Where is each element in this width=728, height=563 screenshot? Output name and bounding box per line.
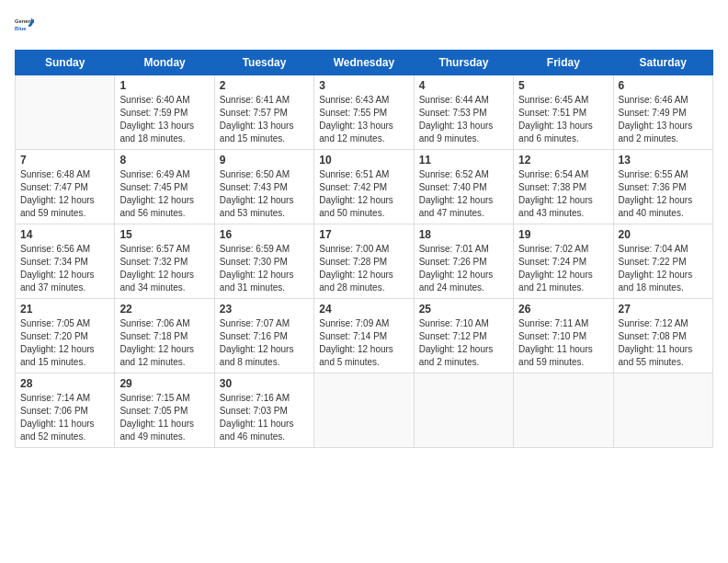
day-number: 20 (619, 228, 708, 241)
weekday-header-row: SundayMondayTuesdayWednesdayThursdayFrid… (16, 51, 713, 75)
day-info: Sunrise: 7:14 AMSunset: 7:06 PMDaylight:… (20, 392, 109, 443)
day-info: Sunrise: 6:41 AMSunset: 7:57 PMDaylight:… (220, 94, 309, 145)
day-number: 10 (319, 154, 408, 167)
calendar-cell: 22Sunrise: 7:06 AMSunset: 7:18 PMDayligh… (115, 299, 214, 373)
day-number: 1 (119, 79, 209, 92)
calendar-cell: 8Sunrise: 6:49 AMSunset: 7:45 PMDaylight… (115, 150, 214, 224)
day-number: 23 (220, 303, 309, 316)
day-info: Sunrise: 7:16 AMSunset: 7:03 PMDaylight:… (220, 392, 309, 443)
day-info: Sunrise: 6:59 AMSunset: 7:30 PMDaylight:… (220, 243, 309, 294)
logo: General Blue (15, 15, 37, 40)
calendar-cell: 23Sunrise: 7:07 AMSunset: 7:16 PMDayligh… (214, 299, 313, 373)
day-info: Sunrise: 7:09 AMSunset: 7:14 PMDaylight:… (319, 317, 408, 369)
calendar-cell: 28Sunrise: 7:14 AMSunset: 7:06 PMDayligh… (16, 373, 115, 448)
day-number: 24 (319, 303, 408, 316)
calendar-cell: 6Sunrise: 6:46 AMSunset: 7:49 PMDaylight… (613, 75, 712, 150)
day-number: 18 (419, 228, 508, 241)
weekday-header-thursday: Thursday (414, 51, 513, 75)
day-info: Sunrise: 7:00 AMSunset: 7:28 PMDaylight:… (319, 243, 408, 294)
day-info: Sunrise: 6:51 AMSunset: 7:42 PMDaylight:… (319, 168, 408, 220)
day-info: Sunrise: 6:55 AMSunset: 7:36 PMDaylight:… (619, 168, 708, 220)
week-row-4: 21Sunrise: 7:05 AMSunset: 7:20 PMDayligh… (16, 299, 713, 373)
calendar-cell: 16Sunrise: 6:59 AMSunset: 7:30 PMDayligh… (214, 224, 313, 299)
calendar-cell: 26Sunrise: 7:11 AMSunset: 7:10 PMDayligh… (514, 299, 613, 373)
calendar-cell: 14Sunrise: 6:56 AMSunset: 7:34 PMDayligh… (16, 224, 115, 299)
day-info: Sunrise: 7:11 AMSunset: 7:10 PMDaylight:… (518, 317, 608, 369)
day-info: Sunrise: 6:49 AMSunset: 7:45 PMDaylight:… (119, 168, 209, 220)
svg-text:Blue: Blue (15, 26, 26, 31)
day-number: 28 (20, 377, 109, 390)
day-number: 29 (119, 377, 209, 390)
day-info: Sunrise: 6:50 AMSunset: 7:43 PMDaylight:… (220, 168, 309, 220)
day-number: 19 (518, 228, 608, 241)
day-info: Sunrise: 6:56 AMSunset: 7:34 PMDaylight:… (20, 243, 109, 294)
calendar-cell (414, 373, 513, 448)
calendar-cell: 19Sunrise: 7:02 AMSunset: 7:24 PMDayligh… (514, 224, 613, 299)
calendar-cell: 21Sunrise: 7:05 AMSunset: 7:20 PMDayligh… (16, 299, 115, 373)
day-info: Sunrise: 7:12 AMSunset: 7:08 PMDaylight:… (619, 317, 708, 369)
day-info: Sunrise: 6:45 AMSunset: 7:51 PMDaylight:… (518, 94, 608, 145)
day-info: Sunrise: 6:52 AMSunset: 7:40 PMDaylight:… (419, 168, 508, 220)
day-info: Sunrise: 7:04 AMSunset: 7:22 PMDaylight:… (619, 243, 708, 294)
day-number: 6 (619, 79, 708, 92)
day-number: 4 (419, 79, 508, 92)
week-row-1: 1Sunrise: 6:40 AMSunset: 7:59 PMDaylight… (16, 75, 713, 150)
calendar-cell: 15Sunrise: 6:57 AMSunset: 7:32 PMDayligh… (115, 224, 214, 299)
calendar-cell: 7Sunrise: 6:48 AMSunset: 7:47 PMDaylight… (16, 150, 115, 224)
calendar-cell (16, 75, 115, 150)
calendar-cell: 27Sunrise: 7:12 AMSunset: 7:08 PMDayligh… (613, 299, 712, 373)
calendar-cell: 13Sunrise: 6:55 AMSunset: 7:36 PMDayligh… (613, 150, 712, 224)
day-info: Sunrise: 6:46 AMSunset: 7:49 PMDaylight:… (619, 94, 708, 145)
calendar-cell: 29Sunrise: 7:15 AMSunset: 7:05 PMDayligh… (115, 373, 214, 448)
day-number: 13 (619, 154, 708, 167)
calendar-cell: 12Sunrise: 6:54 AMSunset: 7:38 PMDayligh… (514, 150, 613, 224)
calendar: SundayMondayTuesdayWednesdayThursdayFrid… (15, 50, 713, 448)
day-number: 12 (518, 154, 608, 167)
day-number: 17 (319, 228, 408, 241)
day-info: Sunrise: 6:40 AMSunset: 7:59 PMDaylight:… (119, 94, 209, 145)
weekday-header-wednesday: Wednesday (314, 51, 414, 75)
calendar-cell (514, 373, 613, 448)
day-number: 8 (119, 154, 209, 167)
day-number: 3 (319, 79, 408, 92)
day-info: Sunrise: 7:07 AMSunset: 7:16 PMDaylight:… (220, 317, 309, 369)
day-info: Sunrise: 7:01 AMSunset: 7:26 PMDaylight:… (419, 243, 508, 294)
day-info: Sunrise: 6:44 AMSunset: 7:53 PMDaylight:… (419, 94, 508, 145)
calendar-cell: 10Sunrise: 6:51 AMSunset: 7:42 PMDayligh… (314, 150, 414, 224)
weekday-header-friday: Friday (514, 51, 613, 75)
calendar-cell: 30Sunrise: 7:16 AMSunset: 7:03 PMDayligh… (214, 373, 313, 448)
calendar-cell: 25Sunrise: 7:10 AMSunset: 7:12 PMDayligh… (414, 299, 513, 373)
day-number: 22 (119, 303, 209, 316)
day-number: 14 (20, 228, 109, 241)
week-row-3: 14Sunrise: 6:56 AMSunset: 7:34 PMDayligh… (16, 224, 713, 299)
calendar-cell: 18Sunrise: 7:01 AMSunset: 7:26 PMDayligh… (414, 224, 513, 299)
day-info: Sunrise: 7:06 AMSunset: 7:18 PMDaylight:… (119, 317, 209, 369)
day-number: 15 (119, 228, 209, 241)
day-number: 26 (518, 303, 608, 316)
day-info: Sunrise: 7:15 AMSunset: 7:05 PMDaylight:… (119, 392, 209, 443)
day-number: 9 (220, 154, 309, 167)
header: General Blue (15, 15, 713, 40)
calendar-cell (613, 373, 712, 448)
day-info: Sunrise: 6:48 AMSunset: 7:47 PMDaylight:… (20, 168, 109, 220)
day-number: 2 (220, 79, 309, 92)
calendar-cell: 3Sunrise: 6:43 AMSunset: 7:55 PMDaylight… (314, 75, 414, 150)
day-info: Sunrise: 7:05 AMSunset: 7:20 PMDaylight:… (20, 317, 109, 369)
day-info: Sunrise: 6:43 AMSunset: 7:55 PMDaylight:… (319, 94, 408, 145)
day-number: 25 (419, 303, 508, 316)
calendar-cell: 2Sunrise: 6:41 AMSunset: 7:57 PMDaylight… (214, 75, 313, 150)
weekday-header-tuesday: Tuesday (214, 51, 313, 75)
weekday-header-monday: Monday (115, 51, 214, 75)
day-info: Sunrise: 7:10 AMSunset: 7:12 PMDaylight:… (419, 317, 508, 369)
day-number: 30 (220, 377, 309, 390)
day-number: 16 (220, 228, 309, 241)
day-number: 11 (419, 154, 508, 167)
week-row-2: 7Sunrise: 6:48 AMSunset: 7:47 PMDaylight… (16, 150, 713, 224)
calendar-cell (314, 373, 414, 448)
calendar-cell: 24Sunrise: 7:09 AMSunset: 7:14 PMDayligh… (314, 299, 414, 373)
day-number: 21 (20, 303, 109, 316)
calendar-cell: 5Sunrise: 6:45 AMSunset: 7:51 PMDaylight… (514, 75, 613, 150)
logo-icon: General Blue (15, 15, 37, 40)
calendar-cell: 11Sunrise: 6:52 AMSunset: 7:40 PMDayligh… (414, 150, 513, 224)
day-number: 27 (619, 303, 708, 316)
